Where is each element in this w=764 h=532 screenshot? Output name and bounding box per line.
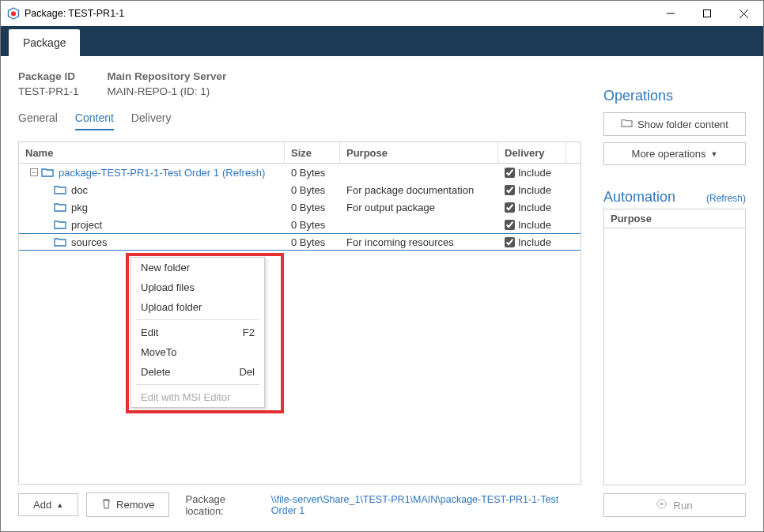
add-button[interactable]: Add▲ [18, 493, 78, 516]
maximize-button[interactable] [689, 2, 725, 25]
table-row[interactable]: pkg 0 Bytes For output package Include [19, 198, 581, 216]
context-menu: New folder Upload files Upload folder Ed… [130, 257, 265, 408]
run-button[interactable]: Run [603, 493, 746, 517]
include-checkbox[interactable] [505, 185, 515, 195]
more-operations-button[interactable]: More operations▼ [603, 142, 746, 165]
titlebar: Package: TEST-PR1-1 [1, 1, 763, 26]
repo-label: Main Repository Server [108, 70, 227, 82]
tree-collapse-icon[interactable]: – [30, 168, 38, 176]
svg-marker-1 [11, 11, 16, 17]
col-size[interactable]: Size [285, 142, 340, 163]
automation-refresh-link[interactable]: (Refresh) [706, 193, 746, 204]
tab-general[interactable]: General [18, 111, 58, 130]
menu-new-folder[interactable]: New folder [131, 258, 264, 277]
menu-edit-msi: Edit with MSI Editor [131, 387, 264, 407]
include-checkbox[interactable] [505, 237, 515, 247]
table-row-selected[interactable]: sources 0 Bytes For incoming resources I… [19, 233, 581, 251]
menu-upload-files[interactable]: Upload files [131, 277, 264, 297]
window-title: Package: TEST-PR1-1 [25, 8, 124, 19]
operations-title: Operations [603, 88, 746, 104]
app-icon [7, 7, 20, 20]
automation-title: Automation [603, 189, 675, 206]
include-checkbox[interactable] [505, 202, 515, 213]
include-checkbox[interactable] [505, 168, 515, 178]
col-delivery[interactable]: Delivery [498, 142, 566, 163]
include-checkbox[interactable] [505, 220, 515, 230]
minimize-button[interactable] [652, 2, 689, 25]
remove-button[interactable]: Remove [86, 492, 169, 517]
table-row[interactable]: project 0 Bytes Include [19, 216, 581, 233]
package-location-path[interactable]: \\file-server\Share_1\TEST-PR1\MAIN\pack… [271, 494, 581, 516]
package-id-value: TEST-PR1-1 [18, 85, 79, 97]
tabstrip: Package [1, 26, 763, 56]
package-id-label: Package ID [18, 70, 79, 82]
table-row-root[interactable]: – package-TEST-PR1-1-Test Order 1 (Refre… [19, 164, 581, 181]
table-row[interactable]: doc 0 Bytes For package documentation In… [19, 181, 581, 198]
folder-icon [54, 202, 66, 213]
folder-open-icon [621, 118, 633, 130]
caret-down-icon: ▼ [711, 150, 718, 158]
subtabs: General Content Delivery [18, 111, 581, 130]
col-end [566, 142, 581, 163]
content-table: Name Size Purpose Delivery – package-TES… [18, 141, 581, 485]
folder-icon [54, 236, 66, 247]
tab-content[interactable]: Content [75, 111, 114, 130]
tab-package[interactable]: Package [9, 29, 80, 56]
row-name: package-TEST-PR1-1-Test Order 1 [59, 167, 219, 179]
package-location-label: Package location: [185, 493, 263, 517]
menu-moveto[interactable]: MoveTo [131, 342, 264, 362]
col-name[interactable]: Name [19, 142, 285, 163]
folder-icon [54, 184, 66, 195]
folder-icon [54, 219, 66, 230]
repo-value: MAIN-REPO-1 (ID: 1) [108, 85, 227, 97]
show-folder-button[interactable]: Show folder content [603, 112, 746, 136]
caret-up-icon: ▲ [56, 501, 63, 509]
menu-edit[interactable]: EditF2 [131, 323, 264, 342]
trash-icon [101, 498, 112, 511]
col-purpose[interactable]: Purpose [340, 142, 498, 163]
svg-rect-3 [704, 10, 711, 17]
play-icon [656, 499, 667, 511]
header-fields: Package ID TEST-PR1-1 Main Repository Se… [18, 70, 581, 97]
refresh-link[interactable]: (Refresh) [222, 167, 265, 179]
menu-delete[interactable]: DeleteDel [131, 362, 264, 382]
automation-col-purpose[interactable]: Purpose [604, 209, 745, 228]
row-size: 0 Bytes [285, 164, 340, 182]
tab-delivery[interactable]: Delivery [131, 111, 172, 130]
folder-open-icon [41, 167, 54, 178]
automation-panel: Purpose [603, 209, 746, 485]
svg-marker-7 [660, 502, 664, 506]
close-button[interactable] [725, 2, 762, 25]
menu-upload-folder[interactable]: Upload folder [131, 297, 264, 317]
row-purpose [340, 169, 498, 175]
